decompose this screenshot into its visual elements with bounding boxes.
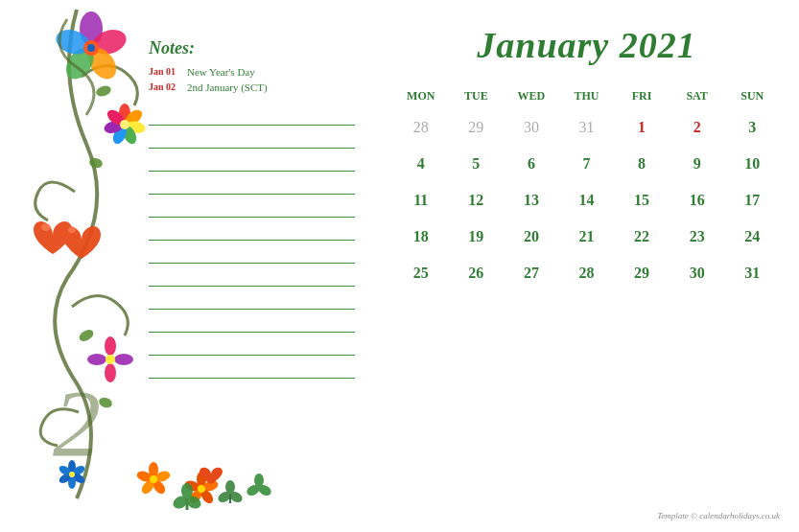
- cal-day-28-dec: 28: [393, 115, 449, 140]
- day-name-thu: THU: [559, 85, 615, 107]
- cal-day-24: 24: [724, 224, 780, 249]
- cal-day-20: 20: [504, 224, 559, 249]
- cal-day-30-dec: 30: [504, 115, 559, 140]
- calendar-week-3: 11 12 13 14 15 16 17: [393, 188, 780, 213]
- day-name-sun: SUN: [724, 85, 780, 107]
- note-line[interactable]: [149, 220, 355, 241]
- cal-day-5: 5: [449, 151, 505, 176]
- day-name-wed: WED: [504, 85, 559, 107]
- calendar-week-5: 25 26 27 28 29 30 31: [393, 261, 780, 286]
- cal-day-9: 9: [670, 151, 725, 176]
- month-title: January 2021: [393, 24, 780, 66]
- holiday-date-2: Jan 02: [149, 81, 179, 93]
- cal-day-18: 18: [393, 224, 449, 249]
- cal-day-17: 17: [724, 188, 780, 213]
- cal-day-30: 30: [670, 261, 725, 286]
- holiday-date-1: Jan 01: [149, 66, 179, 78]
- note-line[interactable]: [149, 173, 355, 195]
- note-line[interactable]: [149, 312, 355, 333]
- calendar-grid: MON TUE WED THU FRI SAT SUN 28 29 30 31 …: [393, 85, 780, 286]
- holiday-name-1: New Year's Day: [187, 66, 255, 78]
- day-name-sat: SAT: [670, 85, 725, 107]
- cal-day-6: 6: [504, 151, 559, 176]
- note-line[interactable]: [149, 289, 355, 310]
- holiday-item-1: Jan 01 New Year's Day: [149, 66, 369, 78]
- cal-day-29-dec: 29: [449, 115, 505, 140]
- note-line[interactable]: [149, 197, 355, 218]
- note-lines: [149, 104, 369, 379]
- day-name-fri: FRI: [614, 85, 670, 107]
- cal-day-4: 4: [393, 151, 449, 176]
- cal-day-23: 23: [670, 224, 725, 249]
- note-line[interactable]: [149, 150, 355, 172]
- holiday-name-2: 2nd January (SCT): [187, 81, 268, 93]
- cal-day-1: 1: [614, 115, 670, 140]
- day-name-mon: MON: [393, 85, 449, 107]
- cal-day-15: 15: [614, 188, 670, 213]
- note-line[interactable]: [149, 127, 355, 149]
- cal-day-28: 28: [559, 261, 615, 286]
- note-line[interactable]: [149, 243, 355, 264]
- cal-day-27: 27: [504, 261, 559, 286]
- cal-day-3: 3: [724, 115, 780, 140]
- day-name-tue: TUE: [449, 85, 505, 107]
- cal-day-21: 21: [559, 224, 615, 249]
- calendar-panel: January 2021 MON TUE WED THU FRI SAT SUN…: [374, 0, 799, 532]
- cal-day-25: 25: [393, 261, 449, 286]
- notes-section: Notes: Jan 01 New Year's Day Jan 02 2nd …: [149, 38, 369, 381]
- cal-day-16: 16: [670, 188, 725, 213]
- cal-day-31-dec: 31: [559, 115, 615, 140]
- cal-day-8: 8: [614, 151, 670, 176]
- cal-day-14: 14: [559, 188, 615, 213]
- cal-day-29: 29: [614, 261, 670, 286]
- calendar-week-1: 28 29 30 31 1 2 3: [393, 115, 780, 140]
- left-panel: Notes: Jan 01 New Year's Day Jan 02 2nd …: [0, 0, 374, 532]
- note-line[interactable]: [149, 104, 355, 126]
- cal-day-26: 26: [449, 261, 505, 286]
- cal-day-19: 19: [449, 224, 505, 249]
- calendar-week-2: 4 5 6 7 8 9 10: [393, 151, 780, 176]
- cal-day-11: 11: [393, 188, 449, 213]
- holidays-list: Jan 01 New Year's Day Jan 02 2nd January…: [149, 66, 369, 93]
- cal-day-7: 7: [559, 151, 615, 176]
- page: 2 Notes: Jan 01 New Year's Day Jan 02 2n…: [0, 0, 799, 532]
- cal-day-10: 10: [724, 151, 780, 176]
- calendar-header: MON TUE WED THU FRI SAT SUN: [393, 85, 780, 107]
- footer-credit: Template © calendarholidays.co.uk: [657, 511, 780, 520]
- calendar-week-4: 18 19 20 21 22 23 24: [393, 224, 780, 249]
- cal-day-22: 22: [614, 224, 670, 249]
- note-line[interactable]: [149, 335, 355, 356]
- cal-day-13: 13: [504, 188, 559, 213]
- notes-title: Notes:: [149, 38, 369, 58]
- holiday-item-2: Jan 02 2nd January (SCT): [149, 81, 369, 93]
- cal-day-31: 31: [724, 261, 780, 286]
- cal-day-2: 2: [670, 115, 725, 140]
- note-line[interactable]: [149, 266, 355, 287]
- cal-day-12: 12: [449, 188, 505, 213]
- note-line[interactable]: [149, 358, 355, 379]
